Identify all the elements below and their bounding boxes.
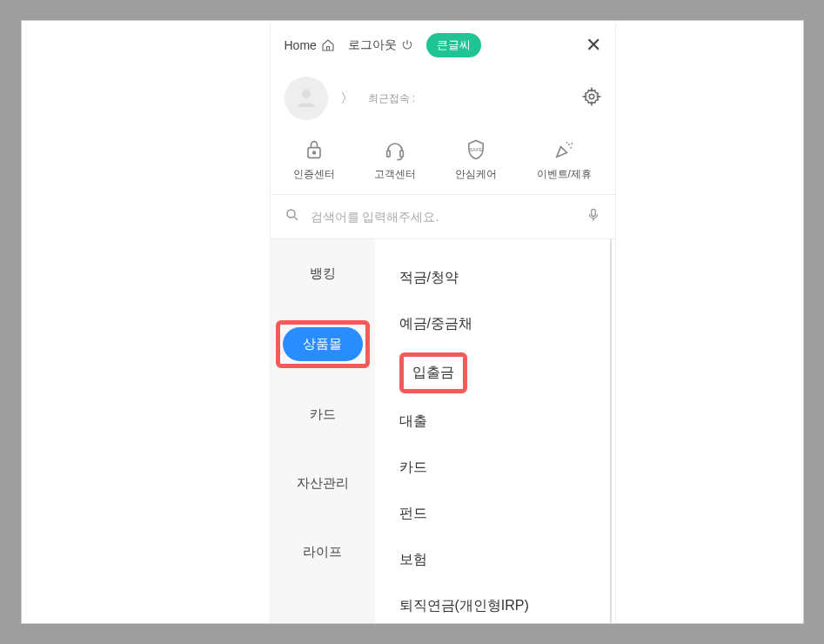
close-icon[interactable]: ✕ <box>586 34 601 57</box>
svg-point-10 <box>572 143 573 144</box>
outer-frame: Home 로그아웃 큰글씨 ✕ <box>21 20 804 624</box>
svg-rect-4 <box>387 151 391 157</box>
event-label: 이벤트/제휴 <box>537 167 592 182</box>
profile-row: 〉 최근접속 : <box>271 68 615 132</box>
right-menu: 적금/청약 예금/중금채 입출금 대출 카드 펀드 보험 퇴직연금(개인형IRP… <box>375 239 610 623</box>
home-icon <box>320 37 336 53</box>
left-menu: 뱅킹 상품몰 카드 자산관리 라이프 <box>271 239 375 623</box>
svg-point-7 <box>568 144 570 145</box>
quick-menu: 인증센터 고객센터 SAFE 안심케어 <box>271 132 615 195</box>
mic-button[interactable] <box>586 205 601 228</box>
right-item-insurance[interactable]: 보험 <box>399 537 610 583</box>
svg-point-9 <box>566 142 568 144</box>
right-item-inout: 입출금 <box>412 365 454 379</box>
left-item-product[interactable]: 상품몰 <box>283 327 363 361</box>
mic-icon <box>586 205 601 225</box>
recent-access-label: 최근접속 : <box>368 91 416 106</box>
menu-area: 뱅킹 상품몰 카드 자산관리 라이프 적금/청약 예금/중금채 입출금 대출 카… <box>271 239 612 623</box>
right-item-card[interactable]: 카드 <box>399 445 610 491</box>
left-item-card[interactable]: 카드 <box>271 380 375 449</box>
svg-rect-12 <box>591 209 595 216</box>
avatar[interactable] <box>285 77 328 120</box>
auth-label: 인증센터 <box>293 167 335 182</box>
svg-point-11 <box>287 210 295 218</box>
safe-care-button[interactable]: SAFE 안심케어 <box>455 138 497 182</box>
settings-button[interactable] <box>582 87 601 110</box>
phone-screen: Home 로그아웃 큰글씨 ✕ <box>270 23 616 623</box>
right-item-fund[interactable]: 펀드 <box>399 491 610 537</box>
right-item-loan[interactable]: 대출 <box>399 399 610 445</box>
search-input[interactable] <box>311 210 575 224</box>
logout-button[interactable]: 로그아웃 <box>348 37 414 53</box>
svg-text:SAFE: SAFE <box>470 147 483 152</box>
left-item-product-highlight: 상품몰 <box>271 308 375 380</box>
right-item-inout-highlight[interactable]: 입출금 <box>399 352 467 393</box>
shield-icon: SAFE <box>464 138 488 162</box>
safe-label: 안심케어 <box>455 167 497 182</box>
auth-center-button[interactable]: 인증센터 <box>293 138 335 182</box>
home-button[interactable]: Home <box>285 37 336 53</box>
support-label: 고객센터 <box>374 167 416 182</box>
confetti-icon <box>552 138 576 162</box>
bigfont-button[interactable]: 큰글씨 <box>426 33 481 57</box>
left-item-life[interactable]: 라이프 <box>271 518 375 587</box>
svg-point-1 <box>589 94 594 99</box>
svg-point-8 <box>570 147 572 149</box>
svg-rect-5 <box>400 151 404 157</box>
left-item-banking[interactable]: 뱅킹 <box>271 239 375 308</box>
highlight-box-product: 상품몰 <box>276 320 370 368</box>
lock-icon <box>302 138 326 162</box>
home-label: Home <box>285 38 317 52</box>
support-center-button[interactable]: 고객센터 <box>374 138 416 182</box>
event-button[interactable]: 이벤트/제휴 <box>537 138 592 182</box>
svg-point-3 <box>313 151 316 154</box>
chevron-right-icon[interactable]: 〉 <box>340 90 354 108</box>
svg-point-0 <box>302 90 311 98</box>
right-item-savings[interactable]: 적금/청약 <box>399 255 610 301</box>
search-bar <box>271 195 615 239</box>
right-item-deposit[interactable]: 예금/중금채 <box>399 301 610 347</box>
left-item-asset[interactable]: 자산관리 <box>271 449 375 518</box>
gear-icon <box>582 87 601 106</box>
right-item-irp[interactable]: 퇴직연금(개인형IRP) <box>399 583 610 623</box>
power-icon <box>400 38 414 52</box>
headset-icon <box>383 138 407 162</box>
logout-label: 로그아웃 <box>348 37 397 53</box>
header: Home 로그아웃 큰글씨 ✕ <box>271 23 615 68</box>
avatar-icon <box>293 85 319 111</box>
search-icon <box>285 207 300 226</box>
